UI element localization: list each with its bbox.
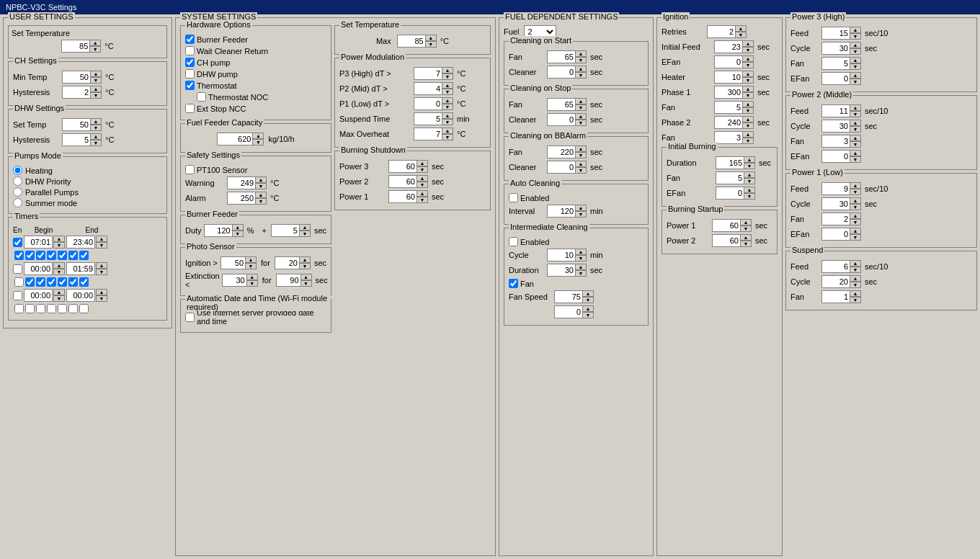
bs-p2-down[interactable]: ▼: [740, 241, 752, 247]
pw1-feed-down[interactable]: ▼: [850, 189, 861, 195]
susp-fan-up[interactable]: ▲: [850, 290, 861, 297]
t2d3[interactable]: [36, 277, 45, 287]
ib-efan-input[interactable]: [716, 187, 744, 200]
t2d7[interactable]: [79, 277, 89, 287]
sys-max-up[interactable]: ▲: [425, 35, 437, 41]
p3-down[interactable]: ▼: [442, 73, 453, 80]
t3d4[interactable]: [47, 304, 56, 313]
suspend-time-down[interactable]: ▼: [442, 119, 453, 125]
bd-p1-input[interactable]: [388, 190, 417, 203]
susp-feed-up[interactable]: ▲: [850, 260, 861, 267]
retries-input[interactable]: [707, 25, 736, 38]
dhw-hysteresis-up[interactable]: ▲: [90, 133, 102, 140]
cbb-cleaner-up[interactable]: ▲: [575, 161, 587, 167]
timer1-begin-up[interactable]: ▲: [53, 236, 65, 242]
timer3-begin-input[interactable]: [24, 289, 53, 302]
ch-hysteresis-up[interactable]: ▲: [90, 86, 102, 92]
fuel-feeder-input[interactable]: [217, 133, 253, 146]
fan-speed-up[interactable]: ▲: [582, 290, 594, 297]
t1d4[interactable]: [47, 251, 56, 260]
pw2-feed-up[interactable]: ▲: [850, 104, 861, 111]
timer2-en-check[interactable]: [13, 264, 22, 274]
susp-cycle-input[interactable]: [821, 275, 850, 288]
p1-down[interactable]: ▼: [442, 104, 453, 110]
bs-p1-input[interactable]: [712, 219, 741, 232]
ext-stop-check[interactable]: [185, 104, 195, 113]
pw3-fan-down[interactable]: ▼: [850, 63, 861, 70]
cst-fan-input[interactable]: [547, 98, 576, 111]
thermostat-noc-check[interactable]: [197, 92, 206, 102]
p3-up[interactable]: ▲: [442, 67, 453, 73]
extinction-val2-up[interactable]: ▲: [300, 274, 312, 280]
ignition-val1-input[interactable]: [220, 256, 246, 269]
pw3-feed-input[interactable]: [821, 27, 850, 40]
pw2-efan-down[interactable]: ▼: [850, 156, 861, 163]
cbb-cleaner-down[interactable]: ▼: [575, 167, 587, 174]
dhw-set-temp-input[interactable]: [62, 118, 91, 131]
timer1-en-check[interactable]: [13, 238, 22, 247]
ign-efan-down[interactable]: ▼: [742, 62, 754, 68]
ch-min-temp-input[interactable]: [62, 71, 91, 84]
bd-p1-up[interactable]: ▲: [416, 190, 428, 197]
t3d7[interactable]: [79, 304, 89, 313]
pw1-efan-input[interactable]: [821, 228, 850, 241]
t1d7[interactable]: [79, 251, 89, 260]
use-internet-check[interactable]: [185, 313, 195, 322]
ch-min-temp-up[interactable]: ▲: [90, 71, 102, 77]
timer1-end-input[interactable]: [66, 236, 95, 249]
wait-cleaner-check[interactable]: [185, 46, 195, 55]
timer1-end-down[interactable]: ▼: [96, 242, 107, 249]
timer2-end-input[interactable]: [66, 262, 95, 275]
inter-clean-fan-check[interactable]: [509, 279, 518, 288]
pw1-cycle-down[interactable]: ▼: [850, 204, 861, 210]
dhw-set-temp-up[interactable]: ▲: [90, 118, 102, 125]
pw1-cycle-input[interactable]: [821, 197, 850, 210]
cs-cleaner-input[interactable]: [547, 66, 576, 79]
alarm-down[interactable]: ▼: [255, 198, 267, 205]
ch-hysteresis-input[interactable]: [62, 86, 91, 99]
dhw-hysteresis-down[interactable]: ▼: [90, 140, 102, 146]
thermostat-check[interactable]: [185, 81, 195, 90]
dhw-pump-check[interactable]: [185, 69, 195, 79]
burner-feeder-check[interactable]: [185, 35, 195, 44]
ign-efan-input[interactable]: [714, 55, 743, 68]
burner-plus-up[interactable]: ▲: [299, 224, 311, 231]
timer1-end-up[interactable]: ▲: [96, 236, 107, 242]
pw1-fan-down[interactable]: ▼: [850, 219, 861, 225]
pumps-heating-radio[interactable]: [13, 166, 22, 175]
ch-hysteresis-down[interactable]: ▼: [90, 92, 102, 99]
pw2-efan-input[interactable]: [821, 150, 850, 163]
pw3-cycle-down[interactable]: ▼: [850, 48, 861, 55]
cst-cleaner-down[interactable]: ▼: [575, 120, 587, 126]
pw1-feed-input[interactable]: [821, 182, 850, 195]
timer3-begin-up[interactable]: ▲: [53, 289, 65, 295]
auto-clean-enabled-check[interactable]: [509, 193, 518, 202]
inter-clean-duration-input[interactable]: [547, 264, 576, 277]
heater-down[interactable]: ▼: [742, 77, 754, 84]
inter-clean-enabled-check[interactable]: [509, 237, 518, 246]
timer3-end-input[interactable]: [66, 289, 95, 302]
ib-duration-input[interactable]: [716, 156, 744, 169]
inter-clean-cycle-input[interactable]: [547, 249, 576, 261]
pw3-feed-up[interactable]: ▲: [850, 27, 861, 33]
pw1-fan-up[interactable]: ▲: [850, 213, 861, 219]
pw1-feed-up[interactable]: ▲: [850, 182, 861, 189]
duty-input[interactable]: [204, 224, 233, 237]
pw2-cycle-up[interactable]: ▲: [850, 120, 861, 126]
t1d1[interactable]: [14, 251, 24, 260]
fan-speed-input[interactable]: [554, 290, 583, 303]
phase1-down[interactable]: ▼: [742, 92, 754, 99]
pw2-fan-down[interactable]: ▼: [850, 141, 861, 148]
t3d5[interactable]: [58, 304, 67, 313]
pw2-efan-up[interactable]: ▲: [850, 150, 861, 156]
ch-min-temp-down[interactable]: ▼: [90, 77, 102, 84]
pw1-efan-down[interactable]: ▼: [850, 234, 861, 241]
timer2-begin-down[interactable]: ▼: [53, 269, 65, 275]
phase1-input[interactable]: [714, 86, 743, 99]
t2d4[interactable]: [47, 277, 56, 287]
p1-input[interactable]: [414, 97, 442, 110]
p2-down[interactable]: ▼: [442, 89, 453, 95]
fuel-feeder-down[interactable]: ▼: [252, 139, 264, 146]
fan-speed-down[interactable]: ▼: [582, 297, 594, 303]
ignition-val1-up[interactable]: ▲: [245, 256, 257, 263]
